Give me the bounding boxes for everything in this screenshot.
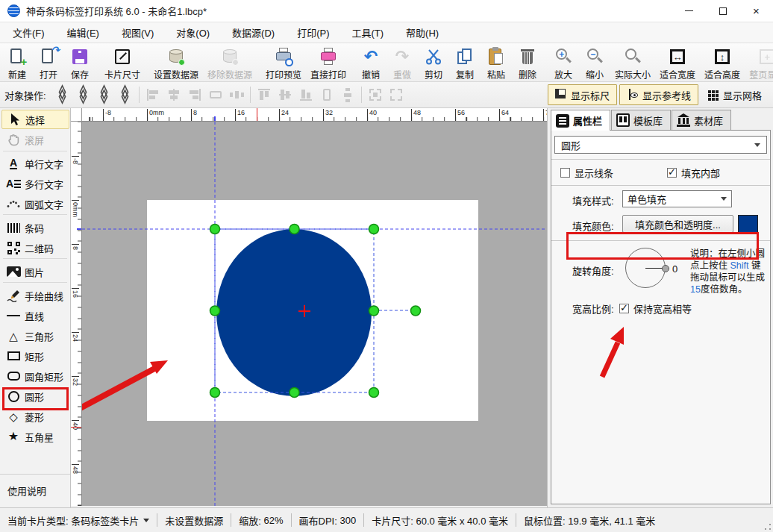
tool-select[interactable]: 选择 bbox=[1, 110, 69, 129]
menu-edit[interactable]: 编辑(E) bbox=[56, 22, 110, 43]
h-ruler-label: 8 bbox=[191, 109, 197, 121]
align-top-icon bbox=[255, 86, 273, 104]
tab-material-library[interactable]: 素材库 bbox=[672, 110, 731, 130]
menu-tools[interactable]: 工具(T) bbox=[340, 22, 395, 43]
tool-qrcode[interactable]: 二维码 bbox=[1, 238, 69, 257]
tool-rectangle[interactable]: 矩形 bbox=[1, 346, 69, 366]
send-to-back-icon[interactable] bbox=[116, 86, 134, 104]
line-icon bbox=[5, 308, 22, 323]
handle-top-center[interactable] bbox=[290, 225, 299, 234]
menu-file[interactable]: 文件(F) bbox=[1, 22, 56, 43]
fill-style-row: 填充样式: bbox=[572, 193, 614, 207]
menu-help[interactable]: 帮助(H) bbox=[395, 22, 450, 43]
mouse-position-status: 鼠标位置: 19.9 毫米, 41.1 毫米 bbox=[516, 513, 663, 528]
handle-top-left[interactable] bbox=[210, 225, 220, 234]
single-line-text-icon: A bbox=[5, 156, 22, 171]
card-size-button[interactable]: 卡片尺寸 bbox=[100, 45, 145, 80]
fill-color-button[interactable]: 填充颜色和透明度... bbox=[622, 215, 733, 233]
resize-grip[interactable] bbox=[764, 523, 772, 531]
set-datasource-button[interactable]: 设置数据源 bbox=[149, 45, 203, 80]
print-preview-icon bbox=[274, 47, 293, 66]
tool-triangle[interactable]: △ 三角形 bbox=[1, 326, 69, 345]
handle-middle-right[interactable] bbox=[369, 306, 379, 316]
show-grid-toggle[interactable]: 显示网格 bbox=[701, 84, 769, 105]
rotation-value: 0 bbox=[672, 263, 677, 275]
v-ruler-ticks bbox=[78, 122, 81, 506]
handle-bottom-center[interactable] bbox=[290, 388, 299, 398]
bring-to-front-icon[interactable] bbox=[54, 86, 72, 104]
menu-print[interactable]: 打印(P) bbox=[286, 22, 340, 43]
select-cursor-icon bbox=[6, 112, 22, 127]
maximize-button[interactable] bbox=[706, 0, 739, 22]
close-button[interactable]: × bbox=[739, 0, 773, 22]
save-button[interactable]: 保存 bbox=[64, 45, 96, 80]
fill-color-swatch[interactable] bbox=[738, 215, 758, 233]
direct-print-button[interactable]: 直接打印 bbox=[306, 45, 351, 80]
dpi-status: 画布DPI: 300 bbox=[292, 513, 364, 528]
zoom-status: 缩放: 62% bbox=[231, 513, 290, 528]
paste-button[interactable]: 粘贴 bbox=[481, 45, 512, 80]
card-type-status[interactable]: 当前卡片类型: 条码标签类卡片 bbox=[0, 513, 157, 528]
tool-multi-line-text[interactable]: A 多行文字 bbox=[1, 174, 69, 193]
cut-button[interactable]: 剪切 bbox=[418, 45, 449, 80]
minimize-button[interactable] bbox=[672, 0, 706, 22]
remove-datasource-icon bbox=[220, 47, 240, 66]
view-toggles: 显示标尺 显示参考线 显示网格 bbox=[545, 84, 769, 105]
help-button[interactable]: 使用说明 bbox=[1, 481, 69, 500]
new-button[interactable]: + 新建 bbox=[1, 45, 33, 80]
move-down-layer-icon[interactable] bbox=[96, 86, 113, 104]
copy-button[interactable]: 复制 bbox=[449, 45, 481, 80]
menu-object[interactable]: 对象(O) bbox=[165, 22, 221, 43]
delete-button[interactable]: 删除 bbox=[512, 45, 543, 80]
handle-middle-left[interactable] bbox=[210, 306, 220, 316]
design-canvas[interactable] bbox=[82, 122, 547, 506]
tool-single-line-text[interactable]: A 单行文字 bbox=[1, 154, 69, 173]
undo-button[interactable]: ↶ 撤销 bbox=[355, 45, 386, 80]
rotation-handle[interactable] bbox=[411, 306, 421, 316]
fill-inner-checkbox[interactable]: 填充内部 bbox=[667, 166, 720, 180]
show-ruler-toggle[interactable]: 显示标尺 bbox=[548, 84, 617, 105]
tool-arc-text[interactable]: 圆弧文字 bbox=[1, 194, 69, 213]
fit-height-button[interactable]: ↕ 适合高度 bbox=[700, 45, 745, 80]
tool-line[interactable]: 直线 bbox=[1, 306, 69, 325]
move-up-layer-icon[interactable] bbox=[75, 86, 93, 104]
tool-image[interactable]: 图片 bbox=[1, 262, 69, 281]
checkbox-unchecked-icon[interactable] bbox=[560, 168, 570, 178]
zoom-in-button[interactable]: + 放大 bbox=[548, 45, 579, 80]
checkbox-checked-icon[interactable] bbox=[619, 304, 629, 313]
ruler-corner bbox=[71, 108, 82, 122]
print-preview-button[interactable]: 打印预览 bbox=[261, 45, 306, 80]
menu-view[interactable]: 视图(V) bbox=[110, 22, 165, 43]
circle-shape[interactable] bbox=[216, 229, 372, 396]
minimize-icon bbox=[685, 10, 693, 11]
tab-template-library[interactable]: 模板库 bbox=[611, 110, 671, 130]
tool-star[interactable]: ★ 五角星 bbox=[1, 427, 69, 446]
tool-freehand-curve[interactable]: 手绘曲线 bbox=[1, 286, 69, 305]
show-line-checkbox[interactable]: 显示线条 bbox=[560, 166, 613, 180]
tool-rounded-rect[interactable]: 圆角矩形 bbox=[1, 366, 69, 386]
shape-type-dropdown[interactable]: 圆形 bbox=[554, 136, 767, 154]
handle-bottom-left[interactable] bbox=[210, 388, 220, 398]
handle-top-right[interactable] bbox=[369, 225, 379, 234]
fill-style-dropdown[interactable]: 单色填充 bbox=[622, 190, 732, 207]
fit-width-button[interactable]: ↔ 适合宽度 bbox=[655, 45, 700, 80]
zoom-out-button[interactable]: − 缩小 bbox=[579, 45, 610, 80]
keep-ratio-checkbox[interactable]: 保持宽高相等 bbox=[619, 301, 692, 316]
menu-datasource[interactable]: 数据源(D) bbox=[221, 22, 286, 43]
zoom-in-icon: + bbox=[554, 47, 573, 66]
dial-knob[interactable] bbox=[662, 265, 669, 272]
checkbox-checked-icon[interactable] bbox=[667, 168, 677, 178]
h-ruler-label: 48 bbox=[411, 109, 421, 121]
tab-properties[interactable]: 属性栏 bbox=[551, 110, 610, 131]
v-guide-marker bbox=[77, 228, 81, 230]
handle-bottom-right[interactable] bbox=[369, 388, 379, 398]
h-ruler-label: 0mm bbox=[147, 109, 164, 121]
v-ruler-label: 0mm bbox=[72, 200, 79, 217]
show-guides-toggle[interactable]: 显示参考线 bbox=[619, 84, 698, 105]
equal-width-icon bbox=[207, 86, 225, 104]
actual-size-button[interactable]: 实际大小 bbox=[610, 45, 655, 80]
title-bar: 神奇条码标签打印系统 6.0 - 未命名1.lbcp* × bbox=[0, 0, 773, 22]
open-file-icon: ↷ bbox=[39, 47, 58, 66]
tool-barcode[interactable]: 条码 bbox=[1, 218, 69, 237]
open-button[interactable]: ↷ 打开 bbox=[33, 45, 64, 80]
